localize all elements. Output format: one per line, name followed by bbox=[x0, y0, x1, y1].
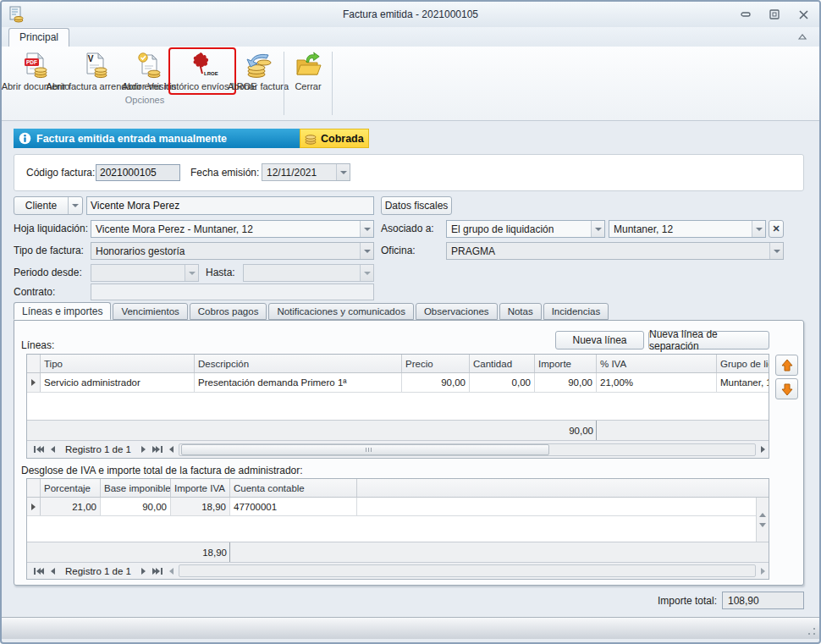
col-importe-iva[interactable]: Importe IVA bbox=[171, 479, 230, 497]
tab-principal[interactable]: Principal bbox=[8, 28, 69, 47]
horizontal-scrollbar[interactable] bbox=[179, 564, 756, 577]
tab-incidencias[interactable]: Incidencias bbox=[543, 303, 609, 320]
col-cantidad[interactable]: Cantidad bbox=[470, 355, 535, 372]
next-record-button[interactable] bbox=[138, 441, 149, 458]
row-indicator-icon bbox=[27, 498, 41, 515]
abonar-factura-label: Abonar factura bbox=[228, 81, 289, 92]
horizontal-scrollbar[interactable] bbox=[179, 443, 756, 456]
restore-button[interactable] bbox=[767, 8, 782, 21]
oficina-combo[interactable]: PRAGMA bbox=[446, 242, 784, 260]
info-icon bbox=[19, 132, 31, 145]
col-importe[interactable]: Importe bbox=[535, 355, 597, 372]
title-bar: Factura emitida - 2021000105 bbox=[2, 2, 819, 27]
lroe-leaf-icon: LROE bbox=[185, 51, 219, 80]
cliente-button[interactable]: Cliente bbox=[14, 196, 83, 215]
desglose-grid[interactable]: Porcentaje Base imponible Importe IVA Cu… bbox=[26, 478, 769, 580]
lineas-row-1[interactable]: Servicio administrador Presentación dema… bbox=[27, 373, 769, 393]
last-record-button[interactable] bbox=[149, 563, 166, 579]
scroll-right-button[interactable] bbox=[758, 563, 769, 579]
asociado-grupo-dropdown-icon[interactable] bbox=[591, 221, 604, 237]
scroll-down-icon[interactable] bbox=[759, 527, 766, 539]
ribbon-toolbar: PDF Abrir documento bbox=[2, 47, 819, 121]
hoja-liquidacion-label: Hoja liquidación: bbox=[14, 223, 88, 234]
periodo-desde-label: Periodo desde: bbox=[14, 267, 82, 278]
col-tipo[interactable]: Tipo bbox=[41, 355, 195, 372]
cliente-name-field[interactable]: Vicente Mora Perez bbox=[86, 196, 374, 215]
first-record-button[interactable] bbox=[30, 563, 47, 579]
col-porcentaje[interactable]: Porcentaje bbox=[41, 479, 101, 497]
asociado-detalle-combo[interactable]: Muntaner, 12 bbox=[609, 220, 766, 238]
fecha-dropdown-icon[interactable] bbox=[336, 164, 350, 180]
ribbon-group-label: Opciones bbox=[8, 94, 281, 107]
next-record-button[interactable] bbox=[138, 563, 149, 579]
cobrada-badge: Cobrada bbox=[300, 129, 369, 148]
move-line-down-button[interactable] bbox=[775, 378, 798, 399]
tab-notas[interactable]: Notas bbox=[499, 303, 542, 320]
close-button[interactable] bbox=[796, 8, 811, 21]
abonar-factura-button[interactable]: Abonar factura bbox=[235, 48, 281, 94]
tab-vencimientos[interactable]: Vencimientos bbox=[113, 303, 187, 320]
nueva-linea-separacion-button[interactable]: Nueva línea de separación bbox=[648, 331, 769, 350]
first-record-button[interactable] bbox=[30, 441, 47, 458]
tab-cobros-pagos[interactable]: Cobros pagos bbox=[190, 303, 267, 320]
col-descripcion[interactable]: Descripción bbox=[195, 355, 402, 372]
tab-lineas-e-importes[interactable]: Líneas e importes bbox=[14, 302, 111, 320]
scroll-left-button[interactable] bbox=[166, 441, 177, 458]
app-window: Factura emitida - 2021000105 Principal bbox=[0, 0, 821, 644]
resize-grip[interactable] bbox=[807, 627, 816, 636]
prev-record-button[interactable] bbox=[47, 563, 58, 579]
fecha-emision-label: Fecha emisión: bbox=[190, 167, 259, 179]
col-base-imponible[interactable]: Base imponible bbox=[101, 479, 171, 497]
tab-notificaciones[interactable]: Notificaciones y comunicados bbox=[268, 303, 414, 320]
hasta-combo[interactable] bbox=[243, 264, 374, 282]
hasta-label: Hasta: bbox=[206, 267, 235, 278]
hoja-dropdown-icon[interactable] bbox=[360, 221, 373, 237]
asociado-grupo-combo[interactable]: El grupo de liquidación bbox=[446, 220, 605, 238]
col-grupo[interactable]: Grupo de liq bbox=[717, 355, 769, 372]
cerrar-button[interactable]: Cerrar bbox=[287, 48, 329, 94]
prev-record-button[interactable] bbox=[47, 441, 58, 458]
fecha-emision-field[interactable]: 12/11/2021 bbox=[262, 163, 350, 181]
vertical-scrollbar[interactable] bbox=[756, 498, 769, 542]
ribbon-collapse-icon[interactable] bbox=[797, 32, 807, 41]
move-line-up-button[interactable] bbox=[775, 355, 798, 376]
codigo-factura-label: Código factura: bbox=[26, 167, 95, 179]
asociado-label: Asociado a: bbox=[381, 223, 434, 234]
col-cuenta-contable[interactable]: Cuenta contable bbox=[230, 479, 357, 497]
periodo-desde-dropdown-icon[interactable] bbox=[185, 265, 198, 281]
nueva-linea-button[interactable]: Nueva línea bbox=[555, 331, 644, 350]
cliente-dropdown-icon[interactable] bbox=[68, 197, 82, 214]
hasta-dropdown-icon[interactable] bbox=[360, 265, 373, 281]
scroll-right-button[interactable] bbox=[758, 441, 769, 458]
coins-icon bbox=[304, 132, 317, 145]
datos-fiscales-button[interactable]: Datos fiscales bbox=[381, 196, 452, 215]
codigo-factura-field[interactable]: 2021000105 bbox=[96, 164, 180, 181]
abrir-factura-arrendador-button[interactable]: V Abrir factura arrendador bbox=[63, 48, 129, 94]
ribbon-group-opciones: PDF Abrir documento bbox=[8, 48, 281, 120]
row-indicator-icon bbox=[27, 373, 41, 392]
importe-total-field[interactable]: 108,90 bbox=[722, 592, 804, 609]
ver-historico-lroe-button[interactable]: LROE Ver histórico envíos LROE bbox=[169, 48, 235, 94]
col-precio[interactable]: Precio bbox=[402, 355, 470, 372]
col-iva[interactable]: % IVA bbox=[597, 355, 717, 372]
tipo-factura-label: Tipo de factura: bbox=[14, 245, 84, 256]
last-record-button[interactable] bbox=[149, 441, 166, 458]
hoja-liquidacion-combo[interactable]: Vicente Mora Perez - Muntaner, 12 bbox=[91, 220, 374, 238]
scroll-up-icon[interactable] bbox=[759, 501, 766, 513]
tipo-factura-combo[interactable]: Honorarios gestoría bbox=[91, 242, 374, 260]
periodo-desde-combo[interactable] bbox=[91, 264, 199, 282]
hscroll-thumb[interactable] bbox=[181, 444, 549, 455]
lineas-grid-header: Tipo Descripción Precio Cantidad Importe… bbox=[27, 355, 769, 373]
tab-observaciones[interactable]: Observaciones bbox=[416, 303, 498, 320]
tipo-dropdown-icon[interactable] bbox=[360, 243, 373, 259]
ribbon-tab-row: Principal bbox=[2, 27, 819, 47]
desglose-grid-header: Porcentaje Base imponible Importe IVA Cu… bbox=[27, 479, 769, 498]
minimize-button[interactable] bbox=[738, 8, 753, 21]
lineas-grid[interactable]: Tipo Descripción Precio Cantidad Importe… bbox=[26, 354, 769, 459]
desglose-row-1[interactable]: 21,00 90,00 18,90 47700001 bbox=[27, 498, 769, 516]
asociado-clear-button[interactable]: ✕ bbox=[769, 220, 784, 238]
scroll-left-button[interactable] bbox=[166, 563, 177, 579]
asociado-detalle-dropdown-icon[interactable] bbox=[752, 221, 765, 237]
oficina-dropdown-icon[interactable] bbox=[769, 243, 783, 259]
contrato-field[interactable] bbox=[91, 283, 374, 300]
